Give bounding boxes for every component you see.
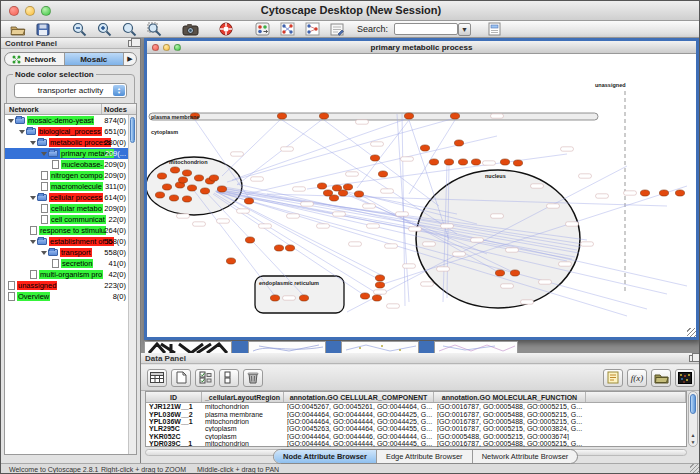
search-input[interactable]: ▼ — [394, 23, 458, 35]
attribute-file-button[interactable] — [483, 22, 505, 37]
tree-item-label[interactable]: cellular metabo — [50, 204, 103, 213]
network-node[interactable] — [370, 155, 379, 161]
open-file-button[interactable] — [7, 22, 29, 37]
tree-item-label[interactable]: secretion — [61, 259, 93, 268]
table-row[interactable]: YPL036W__1mitochondrion[GO:0044464, GO:0… — [146, 418, 686, 425]
network-node[interactable] — [187, 185, 196, 191]
network-node[interactable] — [458, 159, 467, 165]
network-node[interactable] — [360, 293, 369, 299]
network-node[interactable] — [157, 173, 166, 179]
tree-item-label[interactable]: response to stimulu — [39, 226, 106, 235]
gene-label-node[interactable] — [356, 120, 369, 124]
gene-label-node[interactable] — [259, 224, 272, 228]
network-node[interactable] — [194, 175, 203, 181]
tree-column-network[interactable]: Network — [5, 104, 102, 114]
network-node[interactable] — [178, 177, 187, 183]
network-node[interactable] — [454, 140, 463, 146]
disclosure-triangle-icon[interactable] — [30, 240, 36, 244]
unselect-all-attributes-button[interactable] — [219, 369, 239, 387]
gene-label-node[interactable] — [193, 222, 206, 226]
network-node[interactable] — [444, 159, 453, 165]
tree-item-label[interactable]: cell communicat — [50, 215, 106, 224]
tree-column-nodes[interactable]: Nodes — [102, 104, 136, 114]
zoom-out-button[interactable] — [68, 22, 90, 37]
tree-row-cell-communicat[interactable]: cell communicat22(0) — [5, 214, 128, 225]
network-node[interactable] — [226, 258, 235, 264]
gene-label-node[interactable] — [301, 202, 314, 206]
tree-row-nitrogen-compo[interactable]: nitrogen compo209(0) — [5, 170, 128, 181]
select-all-attributes-button[interactable] — [195, 369, 215, 387]
network-node[interactable] — [404, 113, 413, 119]
tree-row-mosaic-demo-yeast[interactable]: mosaic-demo-yeast874(0) — [5, 115, 128, 126]
column-header-id[interactable]: ID — [146, 392, 202, 402]
network-node[interactable] — [372, 295, 381, 301]
network-node[interactable] — [209, 175, 218, 181]
tree-item-label[interactable]: Overview — [17, 292, 50, 301]
network-node[interactable] — [429, 159, 438, 165]
tab-network-attribute-browser[interactable]: Network Attribute Browser — [473, 450, 578, 463]
gene-label-node[interactable] — [579, 174, 592, 178]
disclosure-triangle-icon[interactable] — [19, 130, 25, 134]
scrollbar-arrows[interactable]: ▲▼ — [689, 432, 697, 446]
network-node[interactable] — [375, 275, 384, 281]
gene-label-node[interactable] — [387, 304, 400, 308]
vizmapper-button[interactable] — [251, 22, 273, 37]
disclosure-triangle-icon[interactable] — [30, 141, 36, 145]
formula-button[interactable]: f(x) — [627, 369, 647, 387]
gene-label-node[interactable] — [409, 227, 422, 231]
tree-row-response-to-stimulu[interactable]: response to stimulu264(0) — [5, 225, 128, 236]
zoom-in-button[interactable] — [93, 22, 115, 37]
table-vertical-scrollbar[interactable]: ▲▼ — [688, 391, 698, 447]
tree-row-establishment-of-lo[interactable]: establishment of lo558(0) — [5, 236, 128, 247]
gene-label-node[interactable] — [596, 194, 609, 198]
gene-label-node[interactable] — [381, 189, 394, 193]
tree-vertical-scrollbar[interactable] — [128, 115, 136, 454]
gene-label-node[interactable] — [581, 242, 594, 246]
disclosure-triangle-icon[interactable] — [8, 119, 14, 123]
tree-scrollbar-thumb[interactable] — [130, 117, 135, 143]
network-node[interactable] — [329, 195, 338, 201]
network-node[interactable] — [155, 192, 164, 198]
gene-label-node[interactable] — [423, 242, 436, 246]
tree-item-label[interactable]: unassigned — [17, 281, 57, 290]
gene-label-node[interactable] — [441, 224, 454, 228]
network-node[interactable] — [170, 167, 179, 173]
create-attribute-button[interactable] — [171, 369, 191, 387]
gene-label-node[interactable] — [293, 187, 306, 191]
attribute-list-button[interactable] — [603, 369, 623, 387]
gene-label-node[interactable] — [559, 262, 572, 266]
network-node[interactable] — [200, 188, 209, 194]
network-node[interactable] — [420, 145, 429, 151]
tab-network[interactable]: Network — [5, 53, 65, 65]
import-attributes-button[interactable] — [651, 369, 671, 387]
tab-edge-attribute-browser[interactable]: Edge Attribute Browser — [377, 450, 473, 463]
annotation-button[interactable] — [326, 22, 348, 37]
gene-label-node[interactable] — [333, 212, 346, 216]
network-node[interactable] — [500, 159, 509, 165]
tree-row-transport[interactable]: transport558(0) — [5, 247, 128, 258]
gene-label-node[interactable] — [231, 152, 244, 156]
network-node[interactable] — [274, 245, 283, 251]
gene-label-node[interactable] — [501, 284, 514, 288]
tree-item-label[interactable]: mosaic-demo-yeast — [27, 116, 94, 125]
gene-label-node[interactable] — [363, 204, 376, 208]
gene-label-node[interactable] — [396, 212, 409, 216]
gene-label-node[interactable] — [251, 177, 264, 181]
network-node[interactable] — [319, 113, 328, 119]
gene-label-node[interactable] — [531, 184, 544, 188]
compartment-plasma-membrane[interactable] — [149, 113, 598, 120]
network-node[interactable] — [162, 184, 171, 190]
network-node[interactable] — [495, 270, 504, 276]
network-node[interactable] — [338, 190, 347, 196]
tree-row-nucleobase-[interactable]: nucleobase-209(0) — [5, 159, 128, 170]
tree-row-multi-organism-pro[interactable]: multi-organism pro42(0) — [5, 269, 128, 280]
gene-label-node[interactable] — [547, 204, 560, 208]
gene-label-node[interactable] — [217, 219, 230, 223]
help-button[interactable] — [215, 22, 237, 37]
tree-row-primary-metabo[interactable]: primary metabo209(... — [5, 148, 128, 159]
gene-label-node[interactable] — [385, 244, 398, 248]
matrix-view-button[interactable] — [675, 369, 695, 387]
tree-row-metabolic-process[interactable]: metabolic process280(0) — [5, 137, 128, 148]
tree-row-biological-process[interactable]: biological_process651(0) — [5, 126, 128, 137]
disclosure-triangle-icon[interactable] — [41, 152, 47, 156]
